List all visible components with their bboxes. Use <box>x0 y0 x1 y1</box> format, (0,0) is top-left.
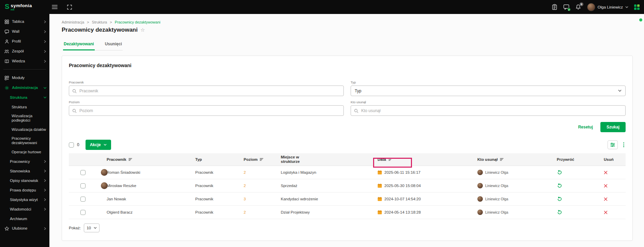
sidebar-item-wizualizacja-dzialow[interactable]: Wizualizacja działów <box>0 125 49 134</box>
delete-x-icon[interactable] <box>604 184 608 188</box>
sidebar-item-wizualizacja-podleglosci[interactable]: Wizualizacja podległości <box>0 112 49 125</box>
tab-dezaktywowani[interactable]: Dezaktywowani <box>63 42 95 50</box>
employee-avatar <box>101 169 108 176</box>
select-all-checkbox[interactable] <box>69 142 74 148</box>
kto-usunal-search-input[interactable] <box>351 106 625 115</box>
reset-button[interactable]: Resetuj <box>574 122 597 132</box>
favorite-star-icon[interactable]: ☆ <box>140 28 145 32</box>
help-widget-dot[interactable] <box>639 18 642 21</box>
apps-launcher-icon[interactable] <box>634 4 640 10</box>
page-size-label: Pokaż: <box>69 226 81 230</box>
filter-poziom: Poziom <box>69 100 344 116</box>
page-size-value: 10 <box>87 226 91 230</box>
chat-icon[interactable]: ✓ <box>563 4 569 10</box>
delete-x-icon[interactable] <box>604 171 608 174</box>
delete-x-icon[interactable] <box>604 197 608 201</box>
sort-icon <box>500 158 504 161</box>
tab-usunieci[interactable]: Usunięci <box>104 42 123 50</box>
breadcrumb-struktura[interactable]: Struktura <box>92 20 107 24</box>
tasks-clipboard-icon[interactable] <box>552 4 557 10</box>
search-button[interactable]: Szukaj <box>600 122 626 132</box>
user-menu[interactable]: Olga Liniewicz <box>587 3 628 11</box>
restore-icon[interactable] <box>557 196 562 202</box>
filter-pracownik-label: Pracownik <box>69 80 344 84</box>
fullscreen-icon[interactable] <box>67 4 72 10</box>
employee-poziom: 2 <box>244 210 281 214</box>
sidebar-item-struktura-sub[interactable]: Struktura <box>0 102 49 112</box>
pracownik-search-input[interactable] <box>69 86 343 96</box>
people-icon <box>4 49 9 54</box>
sidebar-item-struktura[interactable]: Struktura <box>0 93 49 102</box>
row-checkbox[interactable] <box>80 170 86 175</box>
chevron-down-icon <box>44 96 46 99</box>
sidebar-item-prawa-dostepu[interactable]: Prawa dostępu <box>0 185 49 195</box>
selected-count: 0 <box>77 142 79 147</box>
sidebar-item-pracownicy[interactable]: Pracownicy <box>0 157 49 166</box>
table-toolbar: 0 Akcje <box>69 140 626 150</box>
menu-hamburger-icon[interactable] <box>52 5 58 9</box>
sidebar-item-operacje-hurtowe[interactable]: Operacje hurtowe <box>0 147 49 157</box>
breadcrumb: Administracja > Struktura > Pracownicy d… <box>49 14 644 24</box>
chevron-right-icon <box>44 198 46 201</box>
breadcrumb-administracja[interactable]: Administracja <box>62 20 84 24</box>
column-header-kto-usunal[interactable]: Kto usunął <box>477 157 553 161</box>
kebab-menu-icon[interactable] <box>622 142 626 148</box>
sidebar-item-ulubione[interactable]: Ulubione <box>0 223 49 233</box>
symfonia-logo[interactable]: S symfonia HR <box>5 3 32 11</box>
column-header-przywroc: Przywróć <box>553 157 601 161</box>
sidebar-item-stanowiska[interactable]: Stanowiska <box>0 166 49 176</box>
sidebar-item-wiedza[interactable]: Wiedza <box>0 56 49 66</box>
delete-x-icon[interactable] <box>604 211 608 214</box>
row-checkbox[interactable] <box>80 210 86 215</box>
employee-typ: Pracownik <box>195 184 244 188</box>
deactivation-date: 2025-06-11 15:16:17 <box>384 170 420 174</box>
poziom-search-input[interactable] <box>69 106 343 115</box>
actions-button[interactable]: Akcje <box>86 140 111 150</box>
restore-icon[interactable] <box>557 170 562 175</box>
actions-button-label: Akcje <box>90 142 101 147</box>
sidebar-item-pracownicy-dezaktywowani[interactable]: Pracownicy dezaktywowani <box>0 134 49 147</box>
row-checkbox[interactable] <box>80 183 86 188</box>
page-size-select[interactable]: 10 <box>84 223 99 232</box>
table-row: Jan Nowak Pracownik 3 Kandydaci wdrożeni… <box>69 192 626 206</box>
sidebar-item-statystyka-wizyt[interactable]: Statystyka wizyt <box>0 195 49 204</box>
sidebar-item-moduly[interactable]: Moduły <box>0 73 49 83</box>
sidebar-item-administracja[interactable]: Administracja <box>0 83 49 93</box>
sidebar-item-opisy-stanowisk[interactable]: Opisy stanowisk <box>0 176 49 185</box>
sidebar-item-profil[interactable]: Profil <box>0 36 49 46</box>
employee-miejsce: Logistyka i Magazyn <box>281 170 378 174</box>
wall-icon <box>4 29 9 34</box>
remover-name: Liniewicz Olga <box>485 210 508 214</box>
page-title: Pracownicy dezaktywowani <box>62 27 138 33</box>
sidebar-item-archiwum[interactable]: Archiwum <box>0 214 49 223</box>
column-header-usun: Usuń <box>601 157 626 161</box>
typ-select[interactable]: Typ <box>351 86 626 96</box>
sidebar-item-label: Moduły <box>12 76 46 80</box>
column-header-poziom[interactable]: Poziom <box>244 157 281 161</box>
sidebar-item-wall[interactable]: Wall <box>0 27 49 36</box>
column-header-pracownik[interactable]: Pracownik <box>99 157 195 161</box>
sidebar-item-tablica[interactable]: Tablica <box>0 17 49 27</box>
app-window: S symfonia HR ✓ 9 <box>0 0 644 247</box>
sidebar-divider <box>3 69 46 70</box>
sidebar-item-zespol[interactable]: Zespół <box>0 46 49 56</box>
column-header-miejsce: Miejsce w strukturze <box>281 155 378 164</box>
column-header-data[interactable]: Data <box>378 157 477 161</box>
filter-columns-button[interactable] <box>608 140 618 149</box>
deactivation-date: 2025-05-30 15:08:04 <box>384 184 421 188</box>
restore-icon[interactable] <box>557 210 562 215</box>
row-checkbox[interactable] <box>80 197 86 202</box>
employee-avatar <box>101 182 108 189</box>
employee-typ: Pracownik <box>195 197 244 201</box>
chevron-right-icon <box>44 179 46 182</box>
sidebar-item-label: Wizualizacja działów <box>12 127 46 132</box>
notifications-bell-icon[interactable]: 9 <box>575 4 581 10</box>
admin-tools-icon <box>4 86 9 90</box>
sidebar-item-wiadomosci[interactable]: Wiadomości <box>0 204 49 214</box>
table-header-row: Pracownik Typ Poziom Miejsce w strukturz… <box>69 153 626 166</box>
restore-icon[interactable] <box>557 183 562 188</box>
sidebar-item-label: Tablica <box>12 19 44 24</box>
sidebar-item-label: Wiadomości <box>10 207 44 212</box>
employee-name: Mirosław Reszke <box>107 184 136 188</box>
employee-name: Olgierd Baracz <box>107 210 133 214</box>
